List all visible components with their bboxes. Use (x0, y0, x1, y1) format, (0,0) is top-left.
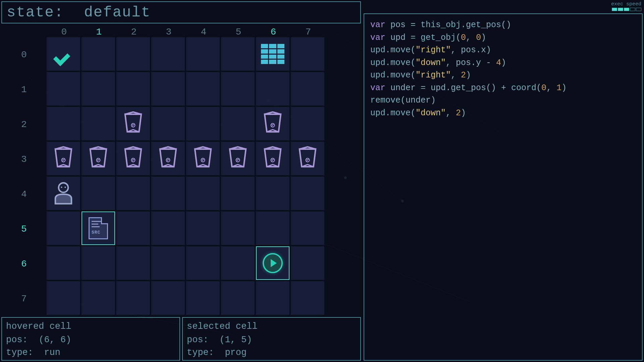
trash-icon (52, 146, 74, 171)
grid-cell[interactable] (116, 246, 150, 280)
play-icon (263, 253, 283, 273)
grid-cell[interactable] (291, 37, 324, 71)
grid-cell[interactable] (221, 281, 255, 315)
grid-cell[interactable] (291, 142, 324, 175)
trash-icon (262, 111, 284, 136)
speed-bar[interactable] (612, 8, 617, 11)
grid-cell[interactable] (116, 177, 150, 210)
grid-cell[interactable] (256, 281, 289, 315)
grid-cell[interactable] (256, 246, 289, 280)
grid-cell[interactable] (221, 177, 255, 210)
col-header: 4 (186, 27, 221, 37)
grid-cell[interactable] (186, 177, 220, 210)
grid-cell[interactable] (47, 72, 80, 106)
grid-cell[interactable] (151, 246, 185, 280)
grid-cell[interactable] (256, 37, 289, 71)
exec-speed[interactable]: exec speed (611, 1, 641, 11)
grid-cell[interactable] (116, 72, 150, 106)
trash-icon (87, 146, 109, 171)
trash-icon (122, 111, 144, 136)
code-line: upd.move("down", pos.y - 4) (370, 57, 636, 69)
grid-cell[interactable] (221, 107, 255, 140)
grid-cell[interactable] (151, 142, 185, 175)
grid-cell[interactable] (151, 72, 185, 106)
check-icon (53, 46, 73, 62)
speed-bar[interactable] (624, 8, 629, 11)
grid-cell[interactable] (186, 281, 220, 315)
grid-cell[interactable] (291, 246, 324, 280)
grid-cell[interactable] (291, 212, 324, 245)
trash-icon (227, 146, 249, 171)
grid-cell[interactable] (116, 37, 150, 71)
grid-cell[interactable] (151, 177, 185, 210)
code-panel[interactable]: var pos = this_obj.get_pos()var upd = ge… (364, 13, 643, 361)
grid-cell[interactable] (291, 177, 324, 210)
grid-cell[interactable] (47, 142, 80, 175)
grid-cell[interactable] (47, 212, 80, 245)
grid-cell[interactable] (151, 212, 185, 245)
grid-cell[interactable] (82, 107, 115, 140)
code-line: upd.move("right", pos.x) (370, 44, 636, 57)
grid-cell[interactable] (47, 177, 80, 210)
grid-cell[interactable] (47, 281, 80, 315)
src-file-icon: SRC (89, 217, 108, 239)
grid-cell[interactable] (221, 246, 255, 280)
grid-cell[interactable] (47, 107, 80, 140)
grid-cell[interactable] (256, 142, 289, 175)
grid-cell[interactable] (116, 281, 150, 315)
hovered-cell-box: hovered cell pos: (6, 6) type: run (1, 317, 180, 361)
grid-cell[interactable] (221, 212, 255, 245)
row-header: 4 (1, 177, 47, 212)
grid-cell[interactable] (256, 177, 289, 210)
speed-bar[interactable] (618, 8, 623, 11)
svg-point-21 (61, 186, 62, 188)
grid-cell[interactable] (186, 142, 220, 175)
grid-cell[interactable] (82, 37, 115, 71)
grid-cell[interactable] (221, 142, 255, 175)
grid-cell[interactable] (186, 72, 220, 106)
grid-cell[interactable] (186, 107, 220, 140)
hovered-title: hovered cell (6, 320, 175, 333)
grid-cell[interactable] (82, 246, 115, 280)
grid-cell[interactable] (151, 107, 185, 140)
grid-cell[interactable] (116, 107, 150, 140)
grid-cell[interactable] (82, 72, 115, 106)
grid-cell[interactable] (291, 281, 324, 315)
game-grid[interactable]: SRC (47, 37, 324, 316)
grid-cell[interactable]: SRC (82, 212, 115, 245)
grid-cell[interactable] (221, 37, 255, 71)
grid-cell[interactable] (291, 107, 324, 140)
grid-cell[interactable] (47, 246, 80, 280)
grid-cell[interactable] (151, 37, 185, 71)
col-header: 7 (291, 27, 326, 37)
speed-bar[interactable] (630, 8, 635, 11)
grid-cell[interactable] (151, 281, 185, 315)
grid-cell[interactable] (82, 142, 115, 175)
grid-cell[interactable] (186, 212, 220, 245)
grid-cell[interactable] (47, 37, 80, 71)
grid-cell[interactable] (221, 72, 255, 106)
row-header: 7 (1, 281, 47, 316)
row-header: 3 (1, 142, 47, 177)
svg-point-20 (59, 183, 68, 192)
firewall-icon (261, 44, 284, 64)
grid-cell[interactable] (256, 212, 289, 245)
state-label: state: (7, 4, 64, 21)
grid-cell[interactable] (256, 72, 289, 106)
grid-cell[interactable] (116, 142, 150, 175)
col-header: 2 (116, 27, 151, 37)
state-value: default (84, 4, 151, 21)
grid-cell[interactable] (186, 37, 220, 71)
row-header: 5 (1, 212, 47, 246)
grid-cell[interactable] (82, 177, 115, 210)
selected-cell-box: selected cell pos: (1, 5) type: prog (182, 317, 361, 361)
grid-cell[interactable] (186, 246, 220, 280)
grid-cell[interactable] (82, 281, 115, 315)
col-header: 6 (256, 27, 291, 37)
grid-cell[interactable] (116, 212, 150, 245)
speed-bar[interactable] (636, 8, 641, 11)
col-header: 0 (47, 27, 82, 37)
grid-cell[interactable] (291, 72, 324, 106)
grid-cell[interactable] (256, 107, 289, 140)
col-header: 1 (82, 27, 116, 37)
